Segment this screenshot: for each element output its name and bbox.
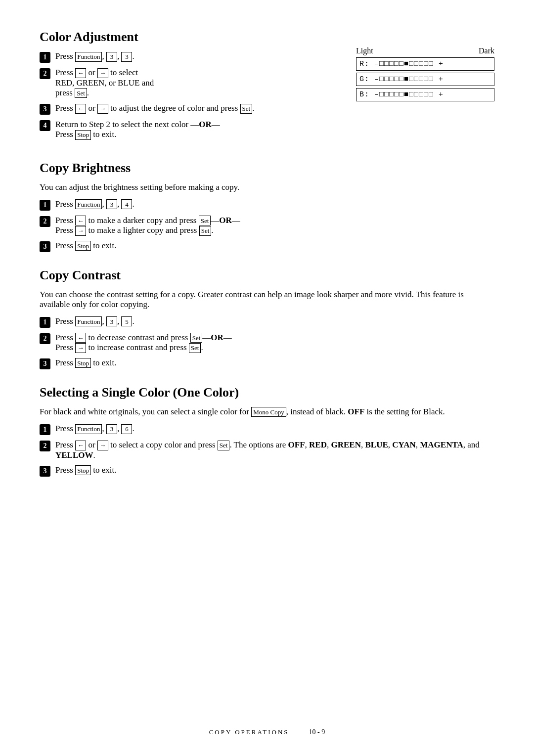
key-right-1: → bbox=[97, 68, 108, 78]
brightness-step-num-1: 1 bbox=[40, 200, 50, 211]
key-stop-b3: Stop bbox=[75, 241, 91, 251]
section-title-copy-brightness: Copy Brightness bbox=[40, 161, 494, 176]
key-function-b1: Function bbox=[75, 199, 102, 209]
brightness-step-3: 3 Press Stop to exit. bbox=[40, 241, 494, 252]
key-right-c2: → bbox=[75, 343, 86, 353]
contrast-step-num-1: 1 bbox=[40, 317, 50, 328]
single-step-2-content: Press ← or → to select a copy color and … bbox=[55, 440, 494, 460]
key-3b: 3 bbox=[121, 52, 132, 62]
step-2: 2 Press ← or → to selectRED, GREEN, or B… bbox=[40, 68, 341, 98]
step-num-box-2: 2 bbox=[40, 68, 50, 79]
page-content: Color Adjustment Light Dark R: –□□□□□■□□… bbox=[0, 0, 534, 532]
brightness-step-2: 2 Press ← to make a darker copy and pres… bbox=[40, 216, 494, 236]
key-set-b2b: Set bbox=[199, 226, 212, 236]
key-stop-c3: Stop bbox=[75, 358, 91, 368]
key-stop-1: Stop bbox=[75, 130, 91, 140]
brightness-step-num-3: 3 bbox=[40, 241, 50, 252]
section-color-adjustment: Color Adjustment Light Dark R: –□□□□□■□□… bbox=[40, 30, 494, 145]
contrast-step-3-content: Press Stop to exit. bbox=[55, 358, 494, 368]
key-3-c1: 3 bbox=[106, 316, 117, 326]
contrast-step-2: 2 Press ← to decrease contrast and press… bbox=[40, 333, 494, 353]
diagram-label-dark: Dark bbox=[479, 46, 494, 55]
diagram-row-b: B: –□□□□□■□□□□□ + bbox=[356, 88, 494, 101]
diagram-label-light: Light bbox=[356, 46, 373, 55]
key-left-1: ← bbox=[75, 68, 86, 78]
key-left-s2: ← bbox=[75, 441, 86, 450]
key-3a: 3 bbox=[106, 52, 117, 62]
contrast-step-1: 1 Press Function, 3, 5. bbox=[40, 316, 494, 328]
key-left-c2: ← bbox=[75, 333, 86, 343]
section-single-color: Selecting a Single Color (One Color) For… bbox=[40, 385, 494, 477]
key-stop-s3: Stop bbox=[75, 465, 91, 475]
contrast-step-num-3: 3 bbox=[40, 358, 50, 369]
single-step-3-content: Press Stop to exit. bbox=[55, 465, 494, 476]
contrast-step-3: 3 Press Stop to exit. bbox=[40, 358, 494, 369]
section-title-copy-contrast: Copy Contrast bbox=[40, 268, 494, 283]
key-set-2: Set bbox=[240, 104, 253, 114]
key-function: Function bbox=[75, 52, 102, 62]
key-5-c1: 5 bbox=[121, 316, 132, 326]
key-right-2: → bbox=[97, 104, 108, 114]
key-set-b2a: Set bbox=[199, 216, 211, 225]
step-num-box-3: 3 bbox=[40, 104, 50, 115]
diagram-row-g: G: –□□□□□■□□□□□ + bbox=[356, 73, 494, 86]
step-3-content: Press ← or → to adjust the degree of col… bbox=[55, 103, 494, 114]
step-4: 4 Return to Step 2 to select the next co… bbox=[40, 120, 494, 140]
key-right-b2: → bbox=[75, 226, 86, 236]
brightness-step-num-2: 2 bbox=[40, 216, 50, 227]
diagram-row-r: R: –□□□□□■□□□□□ + bbox=[356, 57, 494, 71]
single-step-num-1: 1 bbox=[40, 424, 50, 435]
brightness-step-2-content: Press ← to make a darker copy and press … bbox=[55, 216, 494, 236]
section-title-single-color: Selecting a Single Color (One Color) bbox=[40, 385, 494, 400]
section-copy-brightness: Copy Brightness You can adjust the brigh… bbox=[40, 161, 494, 252]
step-1: 1 Press Function, 3, 3. bbox=[40, 51, 341, 63]
copy-brightness-intro: You can adjust the brightness setting be… bbox=[40, 182, 494, 192]
key-6-s1: 6 bbox=[121, 424, 132, 434]
step-3: 3 Press ← or → to adjust the degree of c… bbox=[40, 103, 494, 115]
brightness-step-3-content: Press Stop to exit. bbox=[55, 241, 494, 251]
key-set-1: Set bbox=[75, 88, 87, 98]
key-mono-copy: Mono Copy bbox=[251, 407, 286, 417]
single-step-num-2: 2 bbox=[40, 441, 50, 451]
step-4-content: Return to Step 2 to select the next colo… bbox=[55, 120, 494, 140]
color-diagram: Light Dark R: –□□□□□■□□□□□ + G: –□□□□□■□… bbox=[356, 46, 494, 103]
step-num-box-1: 1 bbox=[40, 52, 50, 63]
contrast-step-2-content: Press ← to decrease contrast and press S… bbox=[55, 333, 494, 353]
key-set-c2a: Set bbox=[190, 333, 203, 343]
single-step-1-content: Press Function, 3, 6. bbox=[55, 424, 494, 434]
key-4-b1: 4 bbox=[121, 199, 132, 209]
section-copy-contrast: Copy Contrast You can choose the contras… bbox=[40, 268, 494, 369]
brightness-step-1-content: Press Function, 3, 4. bbox=[55, 199, 494, 210]
key-set-c2b: Set bbox=[189, 343, 201, 353]
steps-copy-brightness: 1 Press Function, 3, 4. 2 Press ← to mak… bbox=[40, 199, 494, 252]
steps-single-color: 1 Press Function, 3, 6. 2 Press ← or → t… bbox=[40, 424, 494, 477]
key-function-s1: Function bbox=[75, 424, 102, 434]
copy-contrast-intro: You can choose the contrast setting for … bbox=[40, 290, 494, 310]
key-right-s2: → bbox=[97, 441, 108, 450]
key-left-b2: ← bbox=[75, 216, 86, 225]
diagram-header: Light Dark bbox=[356, 46, 494, 55]
section-title-color-adjustment: Color Adjustment bbox=[40, 30, 494, 44]
step-1-content: Press Function, 3, 3. bbox=[55, 51, 341, 62]
key-set-s2: Set bbox=[218, 441, 230, 450]
single-step-3: 3 Press Stop to exit. bbox=[40, 465, 494, 477]
single-step-1: 1 Press Function, 3, 6. bbox=[40, 424, 494, 435]
key-3-b1: 3 bbox=[106, 199, 117, 209]
footer-page-number: 10 - 9 bbox=[309, 728, 325, 736]
footer-label: COPY OPERATIONS bbox=[209, 728, 289, 736]
contrast-step-num-2: 2 bbox=[40, 333, 50, 344]
key-3-s1: 3 bbox=[106, 424, 117, 434]
key-left-2: ← bbox=[75, 104, 86, 114]
page-footer: COPY OPERATIONS 10 - 9 bbox=[0, 728, 534, 736]
key-function-c1: Function bbox=[75, 316, 102, 326]
contrast-step-1-content: Press Function, 3, 5. bbox=[55, 316, 494, 327]
single-step-num-3: 3 bbox=[40, 466, 50, 477]
single-step-2: 2 Press ← or → to select a copy color an… bbox=[40, 440, 494, 460]
step-num-box-4: 4 bbox=[40, 120, 50, 131]
steps-copy-contrast: 1 Press Function, 3, 5. 2 Press ← to dec… bbox=[40, 316, 494, 369]
single-color-intro: For black and white originals, you can s… bbox=[40, 407, 494, 417]
step-2-content: Press ← or → to selectRED, GREEN, or BLU… bbox=[55, 68, 341, 98]
brightness-step-1: 1 Press Function, 3, 4. bbox=[40, 199, 494, 211]
